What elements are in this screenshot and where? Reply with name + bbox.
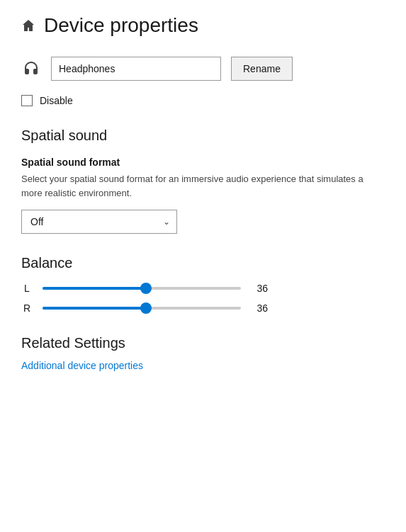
left-channel-label: L <box>21 283 33 294</box>
device-name-input[interactable] <box>51 57 221 81</box>
right-slider-track[interactable] <box>43 307 241 310</box>
left-slider-value: 36 <box>251 283 268 294</box>
rename-button[interactable]: Rename <box>231 57 293 81</box>
related-settings-title: Related Settings <box>21 335 385 351</box>
disable-row: Disable <box>21 95 385 106</box>
right-slider-fill <box>43 307 146 310</box>
page-title: Device properties <box>44 14 198 37</box>
balance-right-row: R 36 <box>21 302 385 314</box>
related-settings-section: Related Settings Additional device prope… <box>21 335 385 371</box>
left-slider-thumb[interactable] <box>140 283 152 294</box>
left-slider-track[interactable] <box>43 287 241 290</box>
device-name-row: Rename <box>21 57 385 81</box>
page-header: Device properties <box>21 14 385 37</box>
right-channel-label: R <box>21 302 33 314</box>
spatial-sound-title: Spatial sound <box>21 128 385 144</box>
balance-section: Balance L 36 R 36 <box>21 255 385 314</box>
right-slider-value: 36 <box>251 302 268 314</box>
balance-left-row: L 36 <box>21 283 385 294</box>
spatial-sound-format: Spatial sound format Select your spatial… <box>21 157 385 255</box>
right-slider-thumb[interactable] <box>140 302 152 314</box>
spatial-sound-format-title: Spatial sound format <box>21 157 385 168</box>
left-slider-fill <box>43 287 146 290</box>
spatial-sound-dropdown[interactable]: Off Windows Sonic for Headphones Dolby A… <box>21 210 177 234</box>
headphones-icon <box>21 59 41 79</box>
disable-label: Disable <box>40 95 73 106</box>
additional-device-properties-link[interactable]: Additional device properties <box>21 360 143 371</box>
spatial-sound-section: Spatial sound Spatial sound format Selec… <box>21 128 385 255</box>
spatial-sound-desc: Select your spatial sound format for an … <box>21 172 385 200</box>
dropdown-wrapper: Off Windows Sonic for Headphones Dolby A… <box>21 210 177 234</box>
home-icon[interactable] <box>21 18 35 33</box>
disable-checkbox[interactable] <box>21 95 33 106</box>
balance-title: Balance <box>21 255 385 271</box>
